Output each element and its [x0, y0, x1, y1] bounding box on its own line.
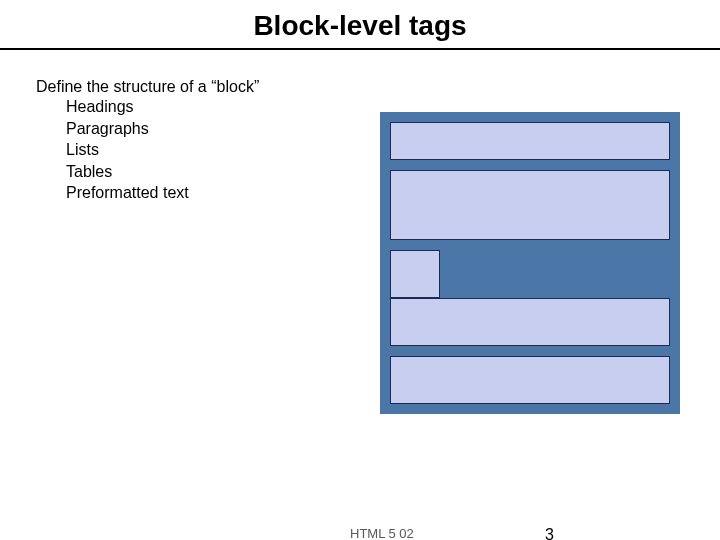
- diagram-block: [390, 250, 440, 298]
- footer-label: HTML 5 02: [350, 526, 414, 540]
- list-item: Preformatted text: [66, 182, 259, 204]
- list-item: Paragraphs: [66, 118, 259, 140]
- block-diagram: [380, 112, 680, 414]
- content-block: Define the structure of a “block” Headin…: [36, 78, 259, 204]
- list-item: Headings: [66, 96, 259, 118]
- page-number: 3: [545, 526, 554, 540]
- diagram-block: [390, 122, 670, 160]
- diagram-block: [390, 298, 670, 346]
- diagram-block: [390, 356, 670, 404]
- slide-title: Block-level tags: [0, 10, 720, 42]
- diagram-block: [390, 170, 670, 240]
- list-item: Tables: [66, 161, 259, 183]
- title-area: Block-level tags: [0, 0, 720, 50]
- title-underline: [0, 48, 720, 50]
- diagram-row: [390, 250, 670, 298]
- list-item: Lists: [66, 139, 259, 161]
- lead-text: Define the structure of a “block”: [36, 78, 259, 96]
